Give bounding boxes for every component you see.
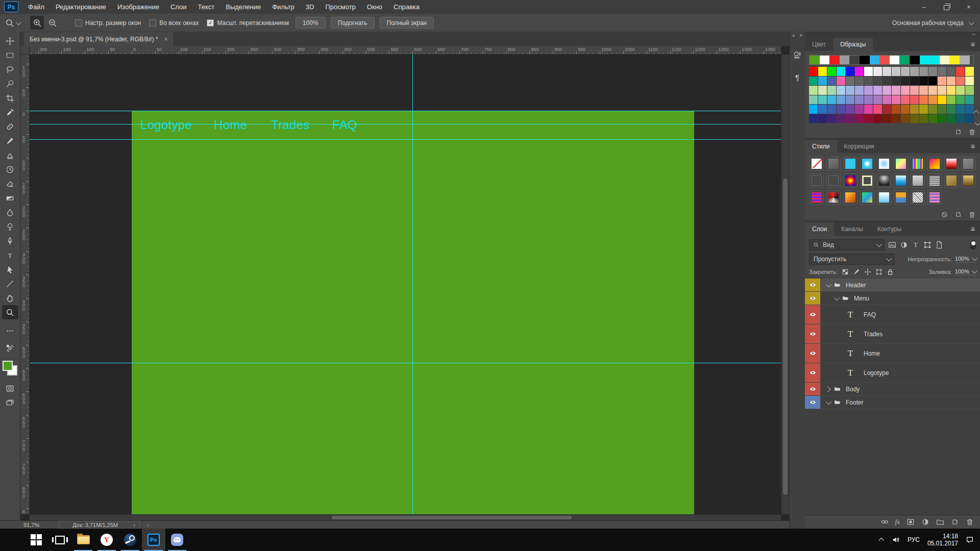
color-swatch[interactable]	[947, 67, 955, 76]
swatches-menu-icon[interactable]: ≡	[966, 38, 980, 51]
color-swatch[interactable]	[855, 114, 864, 123]
menu-item-1[interactable]: Редактирование	[50, 0, 112, 14]
recent-swatch[interactable]	[829, 56, 840, 64]
color-swatch[interactable]	[855, 95, 864, 105]
link-layers-icon[interactable]	[880, 518, 889, 526]
color-swatch[interactable]	[818, 67, 827, 76]
color-swatch[interactable]	[956, 67, 965, 76]
menu-item-8[interactable]: Просмотр	[320, 0, 361, 14]
new-adjustment-layer-icon[interactable]	[921, 518, 929, 526]
line-tool[interactable]	[2, 277, 18, 291]
color-swatch[interactable]	[938, 114, 946, 123]
style-thumbnail[interactable]	[927, 173, 942, 188]
color-swatch[interactable]	[901, 114, 910, 123]
layer-filter-dropdown[interactable]: Вид	[809, 239, 885, 251]
menu-item-6[interactable]: Фильтр	[266, 0, 300, 14]
dodge-tool[interactable]	[2, 219, 18, 234]
move-tool[interactable]	[2, 34, 18, 48]
clock[interactable]: 14:18 05.01.2017	[927, 533, 958, 547]
layer-row-trades[interactable]: TTrades	[805, 324, 980, 344]
color-swatch[interactable]	[928, 105, 937, 114]
color-swatch[interactable]	[864, 86, 873, 95]
layer-visibility-eye-icon[interactable]	[805, 279, 821, 291]
collapse-arrow-icon[interactable]: ‹	[147, 521, 149, 529]
color-swatch[interactable]	[864, 95, 873, 105]
lasso-tool[interactable]	[2, 62, 18, 77]
edit-toolbar-icon[interactable]	[2, 323, 18, 338]
layer-style-fx-icon[interactable]: fx	[895, 518, 900, 526]
opacity-dropdown[interactable]: 100%	[955, 256, 976, 263]
color-swatch[interactable]	[892, 105, 900, 114]
color-swatch[interactable]	[873, 77, 882, 86]
horizontal-scrollbar[interactable]	[30, 514, 781, 520]
fullscreen-button[interactable]: Полный экран	[380, 17, 434, 29]
color-swatch[interactable]	[837, 86, 845, 95]
action-center-icon[interactable]	[966, 536, 974, 544]
color-swatch[interactable]	[864, 114, 873, 123]
blend-mode-dropdown[interactable]: Пропустить	[809, 254, 895, 265]
color-swatch[interactable]	[928, 114, 937, 123]
close-tab-icon[interactable]: ×	[164, 36, 168, 43]
horizontal-guide[interactable]	[30, 111, 781, 111]
color-swatch[interactable]	[965, 67, 974, 76]
new-swatch-icon[interactable]	[954, 128, 962, 136]
swatch-scrollbar[interactable]	[974, 110, 979, 126]
recent-swatch[interactable]	[849, 56, 860, 64]
color-swatch[interactable]	[837, 77, 845, 86]
color-swatch[interactable]	[818, 95, 827, 105]
style-thumbnail[interactable]	[826, 157, 841, 171]
recent-swatch[interactable]	[860, 56, 870, 64]
fill-dropdown[interactable]: 100%	[955, 268, 976, 276]
eraser-tool[interactable]	[2, 177, 18, 191]
color-swatch[interactable]	[818, 86, 827, 95]
color-swatch[interactable]	[883, 67, 891, 76]
3d-material-panel-icon[interactable]	[790, 47, 805, 62]
color-swatch[interactable]	[901, 95, 910, 105]
layer-row-faq[interactable]: TFAQ	[805, 305, 980, 324]
vertical-guide[interactable]	[412, 55, 413, 514]
color-swatch[interactable]	[965, 105, 974, 114]
color-swatch[interactable]	[910, 77, 919, 86]
zoom-100-button[interactable]: 100%	[296, 17, 326, 29]
recent-swatch[interactable]	[890, 56, 900, 64]
vertical-scrollbar[interactable]	[781, 55, 789, 514]
color-swatch[interactable]	[956, 95, 965, 105]
option-checkbox-2[interactable]: ✓Масшт. перетаскиванием	[207, 19, 289, 27]
new-group-icon[interactable]	[936, 518, 944, 526]
color-swatch[interactable]	[873, 105, 882, 114]
taskbar-photoshop[interactable]: Ps	[142, 529, 165, 551]
recent-swatch[interactable]	[810, 56, 820, 64]
style-thumbnail[interactable]	[927, 190, 942, 205]
horizontal-guide[interactable]	[30, 124, 781, 124]
recent-swatch[interactable]	[899, 56, 910, 64]
color-swatch[interactable]	[846, 95, 854, 105]
color-swatch[interactable]	[956, 86, 965, 95]
quick-mask-icon[interactable]	[2, 381, 18, 395]
menu-item-2[interactable]: Изображение	[112, 0, 165, 14]
color-swatches[interactable]	[2, 360, 18, 376]
delete-swatch-icon[interactable]	[968, 128, 976, 136]
ruler-corner[interactable]	[20, 46, 30, 55]
language-indicator[interactable]: РУС	[908, 536, 920, 543]
tab-1[interactable]: Коррекция	[837, 140, 881, 153]
collapse-dock-icon[interactable]: ››	[972, 32, 976, 38]
menu-item-0[interactable]: Файл	[22, 0, 50, 14]
color-swatch[interactable]	[809, 67, 818, 76]
horizontal-ruler[interactable]: 2001501005005010015020025030035040045050…	[30, 46, 781, 55]
taskbar-explorer[interactable]	[71, 529, 95, 551]
expand-panels-icon[interactable]: »	[792, 33, 795, 38]
layer-visibility-eye-icon[interactable]	[805, 324, 821, 343]
close-panel-icon[interactable]: ×	[799, 33, 802, 38]
scroll-up-icon[interactable]	[973, 110, 978, 116]
lock-position-icon[interactable]	[864, 268, 871, 276]
current-tool-preview[interactable]	[5, 18, 20, 28]
color-swatch[interactable]	[965, 86, 974, 95]
style-thumbnail[interactable]	[877, 190, 891, 205]
lock-transparency-icon[interactable]	[842, 268, 849, 276]
layer-row-body[interactable]: Body	[805, 383, 980, 396]
restore-button[interactable]	[935, 0, 958, 14]
color-swatch[interactable]	[956, 105, 965, 114]
color-swatch[interactable]	[919, 95, 928, 105]
color-swatch[interactable]	[873, 114, 882, 123]
taskbar-yandex[interactable]: Y	[95, 529, 118, 551]
